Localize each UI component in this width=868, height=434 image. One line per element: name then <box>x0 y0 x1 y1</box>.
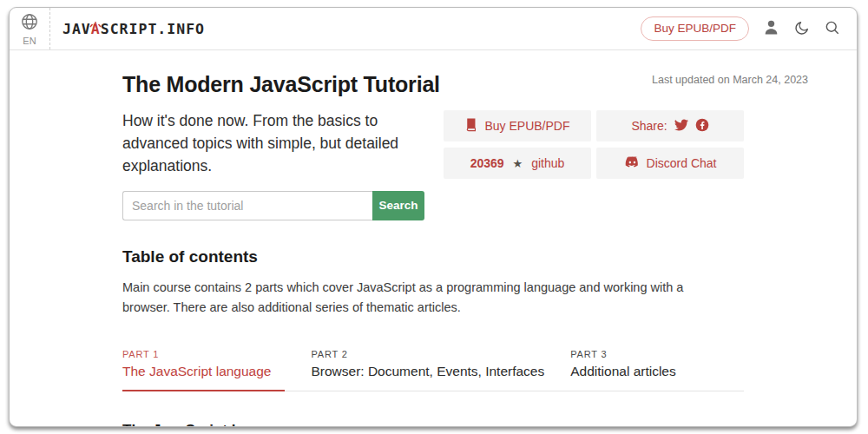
book-icon <box>464 117 477 135</box>
buy-epub-pdf-pill-button[interactable]: Buy EPUB/PDF <box>641 16 749 41</box>
top-navbar: EN JAVASCRIPT.INFO Buy EPUB/PDF <box>10 8 857 50</box>
section-heading: The JavaScript language <box>122 422 744 427</box>
toc-heading: Table of contents <box>122 247 744 266</box>
share-label: Share: <box>631 119 667 133</box>
navbar-controls: Buy EPUB/PDF <box>641 8 857 49</box>
discord-chat-label: Discord Chat <box>647 156 717 170</box>
tab-part-label: PART 1 <box>122 349 271 359</box>
discord-chat-button[interactable]: Discord Chat <box>596 148 744 179</box>
moon-icon <box>793 19 811 39</box>
tab-title: The JavaScript language <box>122 364 271 379</box>
site-logo-text: JAVASCRIPT.INFO <box>62 21 205 37</box>
site-logo[interactable]: JAVASCRIPT.INFO <box>62 8 205 49</box>
buy-epub-pdf-button[interactable]: Buy EPUB/PDF <box>444 110 591 141</box>
dark-theme-toggle[interactable] <box>793 19 811 39</box>
search-icon <box>824 19 841 39</box>
discord-icon <box>624 155 640 171</box>
tab-part2-browser[interactable]: PART 2 Browser: Document, Events, Interf… <box>311 349 544 391</box>
page: EN JAVASCRIPT.INFO Buy EPUB/PDF <box>0 0 868 434</box>
share-button[interactable]: Share: <box>596 110 744 141</box>
language-label: EN <box>23 36 36 46</box>
action-buttons: Buy EPUB/PDF Share: <box>444 110 744 220</box>
user-icon <box>762 18 780 39</box>
user-account-button[interactable] <box>762 18 780 39</box>
tab-part-label: PART 3 <box>570 349 675 359</box>
site-window: EN JAVASCRIPT.INFO Buy EPUB/PDF <box>9 7 858 427</box>
tab-title: Additional articles <box>570 364 675 379</box>
main-content: The Modern JavaScript Tutorial How it's … <box>10 72 857 427</box>
header-search-button[interactable] <box>824 19 841 39</box>
tab-part-label: PART 2 <box>311 349 544 359</box>
page-subtitle: How it's done now. From the basics to ad… <box>122 110 428 178</box>
tab-title: Browser: Document, Events, Interfaces <box>311 364 544 379</box>
tab-part3-additional-articles[interactable]: PART 3 Additional articles <box>570 349 675 391</box>
toc-tabs: PART 1 The JavaScript language PART 2 Br… <box>122 349 744 391</box>
twitter-icon[interactable] <box>674 118 688 135</box>
star-icon: ★ <box>513 157 523 170</box>
github-label: github <box>531 156 564 170</box>
github-stars-button[interactable]: 20369 ★ github <box>444 148 591 179</box>
globe-icon <box>20 12 39 35</box>
toc-description: Main course contains 2 parts which cover… <box>122 278 702 318</box>
github-star-count: 20369 <box>470 156 504 170</box>
facebook-icon[interactable] <box>695 118 709 135</box>
antenna-rays-icon <box>89 15 102 31</box>
tutorial-search: Search <box>122 191 428 220</box>
page-title: The Modern JavaScript Tutorial <box>122 72 744 97</box>
search-input[interactable] <box>122 191 372 220</box>
search-button[interactable]: Search <box>372 191 424 220</box>
language-switcher[interactable]: EN <box>10 8 50 49</box>
buy-epub-pdf-label: Buy EPUB/PDF <box>484 119 569 133</box>
tab-part1-javascript-language[interactable]: PART 1 The JavaScript language <box>122 349 285 391</box>
